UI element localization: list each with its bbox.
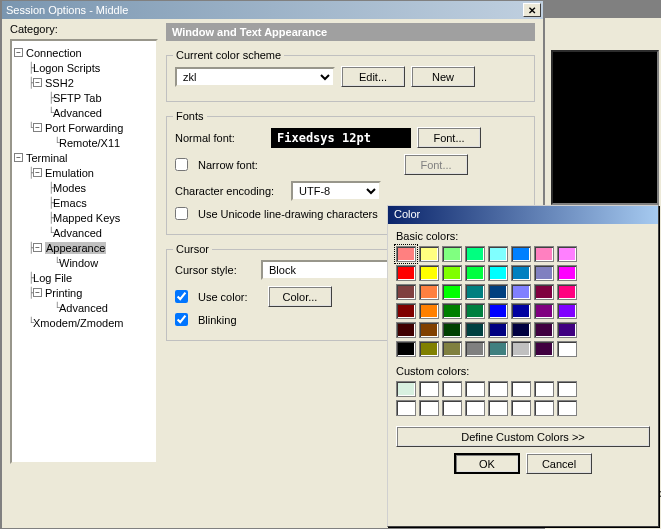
tree-xmodem[interactable]: Xmodem/Zmodem	[33, 317, 123, 329]
custom-color-swatch[interactable]	[534, 400, 554, 416]
new-button[interactable]: New	[411, 66, 475, 87]
minus-icon[interactable]: −	[33, 123, 42, 132]
color-swatch[interactable]	[488, 246, 508, 262]
color-swatch[interactable]	[396, 341, 416, 357]
color-swatch[interactable]	[465, 246, 485, 262]
tree-terminal[interactable]: Terminal	[26, 152, 68, 164]
color-swatch[interactable]	[557, 322, 577, 338]
color-swatch[interactable]	[557, 341, 577, 357]
color-swatch[interactable]	[534, 246, 554, 262]
define-custom-button[interactable]: Define Custom Colors >>	[396, 426, 650, 447]
custom-color-swatch[interactable]	[396, 400, 416, 416]
minus-icon[interactable]: −	[33, 168, 42, 177]
custom-color-swatch[interactable]	[488, 400, 508, 416]
tree-printing[interactable]: Printing	[45, 287, 82, 299]
tree-logon-scripts[interactable]: Logon Scripts	[33, 62, 100, 74]
tree-port-forwarding[interactable]: Port Forwarding	[45, 122, 123, 134]
color-swatch[interactable]	[557, 246, 577, 262]
color-swatch[interactable]	[511, 246, 531, 262]
color-swatch[interactable]	[511, 284, 531, 300]
color-swatch[interactable]	[465, 284, 485, 300]
color-swatch[interactable]	[419, 341, 439, 357]
minus-icon[interactable]: −	[33, 78, 42, 87]
color-swatch[interactable]	[419, 246, 439, 262]
color-swatch[interactable]	[396, 284, 416, 300]
custom-color-swatch[interactable]	[511, 400, 531, 416]
color-swatch[interactable]	[465, 303, 485, 319]
minus-icon[interactable]: −	[33, 288, 42, 297]
color-swatch[interactable]	[488, 303, 508, 319]
minus-icon[interactable]: −	[14, 48, 23, 57]
color-swatch[interactable]	[396, 265, 416, 281]
minus-icon[interactable]: −	[14, 153, 23, 162]
color-swatch[interactable]	[442, 341, 462, 357]
color-swatch[interactable]	[488, 322, 508, 338]
custom-color-swatch[interactable]	[419, 400, 439, 416]
color-swatch[interactable]	[488, 265, 508, 281]
custom-color-swatch[interactable]	[442, 400, 462, 416]
minus-icon[interactable]: −	[33, 243, 42, 252]
scheme-combo[interactable]: zkl	[175, 67, 335, 87]
tree-advanced[interactable]: Advanced	[59, 302, 108, 314]
unicode-checkbox[interactable]	[175, 207, 188, 220]
blinking-checkbox[interactable]	[175, 313, 188, 326]
tree-advanced[interactable]: Advanced	[53, 227, 102, 239]
color-swatch[interactable]	[511, 303, 531, 319]
custom-color-swatch[interactable]	[465, 381, 485, 397]
tree-emacs[interactable]: Emacs	[53, 197, 87, 209]
tree-emulation[interactable]: Emulation	[45, 167, 94, 179]
color-swatch[interactable]	[396, 246, 416, 262]
custom-color-swatch[interactable]	[419, 381, 439, 397]
tree-sftp-tab[interactable]: SFTP Tab	[53, 92, 102, 104]
custom-color-swatch[interactable]	[488, 381, 508, 397]
tree-log-file[interactable]: Log File	[33, 272, 72, 284]
color-swatch[interactable]	[442, 303, 462, 319]
cancel-button[interactable]: Cancel	[526, 453, 592, 474]
color-button[interactable]: Color...	[268, 286, 332, 307]
color-swatch[interactable]	[557, 284, 577, 300]
narrow-font-checkbox[interactable]	[175, 158, 188, 171]
color-swatch[interactable]	[511, 341, 531, 357]
color-swatch[interactable]	[442, 284, 462, 300]
tree-modes[interactable]: Modes	[53, 182, 86, 194]
encoding-combo[interactable]: UTF-8	[291, 181, 381, 201]
custom-color-swatch[interactable]	[557, 400, 577, 416]
custom-color-swatch[interactable]	[511, 381, 531, 397]
color-swatch[interactable]	[419, 284, 439, 300]
ok-button[interactable]: OK	[454, 453, 520, 474]
color-swatch[interactable]	[419, 265, 439, 281]
color-swatch[interactable]	[534, 341, 554, 357]
color-swatch[interactable]	[442, 246, 462, 262]
custom-color-swatch[interactable]	[465, 400, 485, 416]
tree-connection[interactable]: Connection	[26, 47, 82, 59]
color-swatch[interactable]	[488, 284, 508, 300]
color-swatch[interactable]	[419, 303, 439, 319]
color-swatch[interactable]	[419, 322, 439, 338]
close-button[interactable]: ✕	[523, 3, 541, 17]
custom-color-swatch[interactable]	[534, 381, 554, 397]
tree-advanced[interactable]: Advanced	[53, 107, 102, 119]
color-swatch[interactable]	[488, 341, 508, 357]
custom-color-swatch[interactable]	[557, 381, 577, 397]
color-swatch[interactable]	[534, 284, 554, 300]
color-swatch[interactable]	[465, 341, 485, 357]
tree-remote-x11[interactable]: Remote/X11	[59, 137, 120, 149]
color-swatch[interactable]	[396, 303, 416, 319]
color-swatch[interactable]	[557, 303, 577, 319]
tree-appearance[interactable]: Appearance	[45, 242, 106, 254]
color-swatch[interactable]	[511, 322, 531, 338]
category-tree[interactable]: −Connection ├ Logon Scripts ├−SSH2 ├ SFT…	[10, 39, 158, 464]
tree-ssh2[interactable]: SSH2	[45, 77, 74, 89]
use-color-checkbox[interactable]	[175, 290, 188, 303]
tree-window[interactable]: Window	[59, 257, 98, 269]
color-swatch[interactable]	[557, 265, 577, 281]
color-swatch[interactable]	[442, 265, 462, 281]
color-swatch[interactable]	[465, 265, 485, 281]
tree-mapped-keys[interactable]: Mapped Keys	[53, 212, 120, 224]
custom-color-swatch[interactable]	[396, 381, 416, 397]
color-swatch[interactable]	[442, 322, 462, 338]
font-button[interactable]: Font...	[417, 127, 481, 148]
color-swatch[interactable]	[534, 322, 554, 338]
custom-color-swatch[interactable]	[442, 381, 462, 397]
color-swatch[interactable]	[396, 322, 416, 338]
